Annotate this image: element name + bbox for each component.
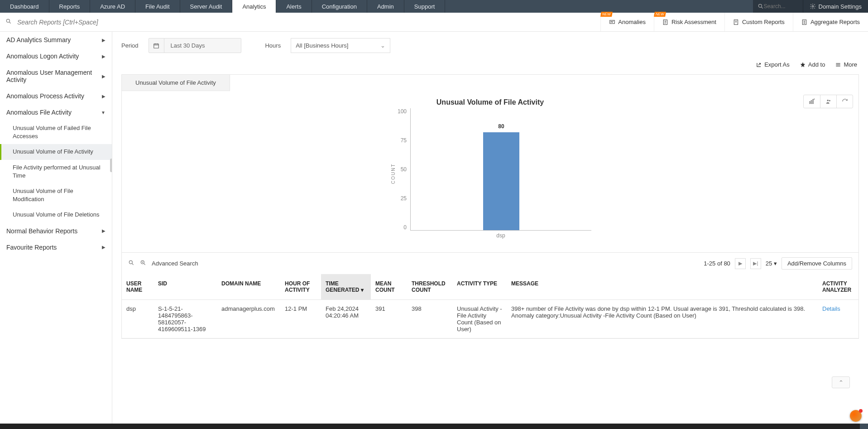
svg-point-22 — [829, 100, 830, 101]
sidebar-item-anomalous-logon[interactable]: Anomalous Logon Activity▶ — [0, 48, 112, 64]
advanced-search-link[interactable]: Advanced Search — [152, 260, 198, 267]
col-time-generated[interactable]: TIME GENERATED ▾ — [321, 274, 371, 300]
search-reports-icon[interactable] — [0, 18, 17, 26]
sidebar-item-favourite[interactable]: Favourite Reports▶ — [0, 239, 112, 255]
bar-value-label: 80 — [483, 123, 519, 130]
sidebar-item-anomalous-process[interactable]: Anomalous Process Activity▶ — [0, 88, 112, 104]
col-user-name[interactable]: USER NAME — [122, 274, 153, 300]
col-activity-type[interactable]: ACTIVITY TYPE — [452, 274, 507, 300]
star-icon — [800, 62, 806, 68]
chevron-right-icon: ▶ — [102, 54, 106, 59]
chart-title: Unusual Volume of File Activity — [131, 98, 849, 106]
svg-point-0 — [758, 4, 762, 7]
sidebar-sub-volume-file-activity[interactable]: Unusual Volume of File Activity — [0, 144, 112, 159]
cell-threshold: 398 — [407, 300, 452, 338]
tab-azure-ad[interactable]: Azure AD — [90, 0, 135, 13]
anomalies-link[interactable]: NEW Anomalies — [600, 13, 654, 31]
hours-select[interactable]: All [Business Hours] ⌄ — [291, 38, 390, 53]
tab-support[interactable]: Support — [404, 0, 446, 13]
chevron-right-icon: ▶ — [102, 94, 106, 99]
col-mean-count[interactable]: MEAN COUNT — [371, 274, 407, 300]
page-size-selector[interactable]: 25 ▾ — [766, 260, 777, 267]
global-search-input[interactable] — [764, 3, 796, 10]
cell-activity: Unusual Activity -File Activity Count (B… — [452, 300, 507, 338]
table-search-icon[interactable] — [128, 260, 134, 267]
add-to-button[interactable]: Add to — [800, 61, 825, 68]
svg-rect-18 — [813, 99, 814, 103]
svg-point-23 — [129, 260, 132, 264]
sidebar-sub-failed-file-accesses[interactable]: Unusual Volume of Failed File Accesses — [0, 121, 112, 144]
cell-mean: 391 — [371, 300, 407, 338]
col-sid[interactable]: SID — [153, 274, 217, 300]
scroll-top-button[interactable]: ⌃ — [832, 376, 850, 388]
search-reports-input[interactable] — [17, 19, 198, 26]
chart-refresh-icon[interactable] — [836, 95, 853, 108]
tab-analytics[interactable]: Analytics — [232, 0, 276, 13]
sidebar-sub-volume-modification[interactable]: Unusual Volume of File Modification — [0, 183, 112, 207]
col-threshold-count[interactable]: THRESHOLD COUNT — [407, 274, 452, 300]
more-button[interactable]: More — [835, 61, 857, 68]
period-label: Period — [121, 42, 139, 49]
table-toolbar: Advanced Search 1-25 of 80 ▶ ▶| 25 ▾ Add… — [122, 252, 858, 274]
aggregate-reports-link[interactable]: Aggregate Reports — [793, 13, 868, 31]
add-remove-columns-button[interactable]: Add/Remove Columns — [782, 257, 852, 270]
tab-dashboard[interactable]: Dashboard — [0, 0, 49, 13]
chevron-right-icon: ▶ — [102, 38, 106, 43]
chevron-right-icon: ▶ — [102, 228, 106, 233]
chat-widget[interactable] — [850, 410, 862, 422]
sidebar-resize-handle[interactable] — [110, 159, 112, 172]
cell-message: 398+ number of File Activity was done by… — [507, 300, 818, 338]
risk-icon — [662, 19, 669, 25]
sidebar-item-anomalous-file[interactable]: Anomalous File Activity▼ — [0, 104, 112, 121]
export-as-button[interactable]: Export As — [756, 61, 790, 68]
sidebar: AD Analytics Summary▶ Anomalous Logon Ac… — [0, 32, 112, 429]
svg-rect-16 — [810, 101, 810, 104]
global-search[interactable] — [753, 0, 803, 13]
sidebar-sub-unusual-time[interactable]: File Activity performed at Unusual Time — [0, 160, 112, 183]
domain-settings-button[interactable]: Domain Settings — [803, 0, 868, 13]
results-table: USER NAME SID DOMAIN NAME HOUR OF ACTIVI… — [122, 274, 858, 338]
last-page-button[interactable]: ▶| — [750, 258, 761, 269]
report-panel: Unusual Volume of File Activity Unusual … — [121, 74, 859, 339]
footer-expand-icon[interactable] — [860, 424, 868, 429]
period-value[interactable]: Last 30 Days — [164, 39, 241, 53]
chart-bar[interactable] — [483, 132, 519, 230]
details-link[interactable]: Details — [822, 305, 840, 312]
domain-settings-label: Domain Settings — [819, 3, 862, 10]
chevron-right-icon: ▶ — [102, 245, 106, 250]
svg-line-4 — [10, 22, 11, 24]
sidebar-item-anomalous-user-mgmt[interactable]: Anomalous User Management Activity▶ — [0, 64, 112, 88]
tab-alerts[interactable]: Alerts — [276, 0, 312, 13]
cell-hour: 12-1 PM — [280, 300, 321, 338]
period-picker[interactable]: Last 30 Days — [149, 38, 242, 53]
notification-badge — [859, 409, 863, 413]
calendar-icon[interactable] — [149, 39, 164, 53]
tab-file-audit[interactable]: File Audit — [135, 0, 180, 13]
chart-add-icon[interactable] — [804, 95, 820, 108]
custom-reports-link[interactable]: Custom Reports — [724, 13, 793, 31]
sidebar-sub-volume-deletions[interactable]: Unusual Volume of File Deletions — [0, 207, 112, 222]
tab-admin[interactable]: Admin — [367, 0, 404, 13]
new-badge: NEW — [600, 12, 613, 17]
content: Period Last 30 Days Hours All [Business … — [112, 32, 868, 429]
sidebar-item-ad-analytics-summary[interactable]: AD Analytics Summary▶ — [0, 32, 112, 48]
col-domain-name[interactable]: DOMAIN NAME — [217, 274, 280, 300]
chevron-right-icon: ▶ — [102, 74, 106, 79]
filters-row: Period Last 30 Days Hours All [Business … — [121, 38, 859, 53]
report-tab-title[interactable]: Unusual Volume of File Activity — [122, 75, 230, 91]
col-message[interactable]: MESSAGE — [507, 274, 818, 300]
tab-reports[interactable]: Reports — [49, 0, 91, 13]
advanced-search-icon[interactable] — [140, 260, 146, 267]
next-page-button[interactable]: ▶ — [735, 258, 746, 269]
col-activity-analyzer[interactable]: ACTIVITY ANALYZER — [818, 274, 858, 300]
report-toolbar: Export As Add to More — [121, 58, 859, 74]
sidebar-item-normal-behavior[interactable]: Normal Behavior Reports▶ — [0, 223, 112, 239]
cell-sid: S-1-5-21-1484795863-58162057-4169609511-… — [153, 300, 217, 338]
aggregate-reports-icon — [801, 19, 808, 25]
tab-configuration[interactable]: Configuration — [312, 0, 367, 13]
chart-users-icon[interactable] — [820, 95, 836, 108]
col-hour[interactable]: HOUR OF ACTIVITY — [280, 274, 321, 300]
chart-area: Unusual Volume of File Activity COUNT 10… — [122, 91, 858, 252]
risk-assessment-link[interactable]: NEW Risk Assessment — [654, 13, 724, 31]
tab-server-audit[interactable]: Server Audit — [180, 0, 233, 13]
